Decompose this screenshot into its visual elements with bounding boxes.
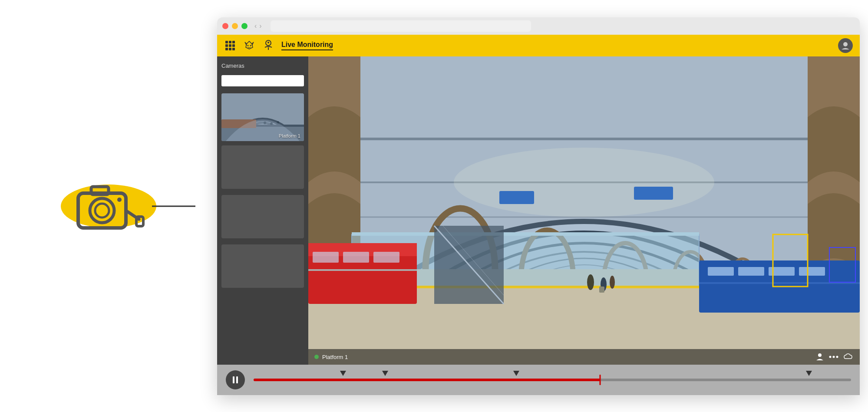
traffic-light-green[interactable] bbox=[241, 23, 248, 29]
branding-area bbox=[0, 0, 217, 412]
video-bar-icons bbox=[815, 353, 854, 361]
user-icon bbox=[841, 41, 850, 50]
svg-point-7 bbox=[248, 45, 249, 46]
fox-logo-icon bbox=[243, 40, 255, 52]
camera-name-label: Platform 1 bbox=[322, 354, 348, 360]
svg-point-62 bbox=[833, 356, 835, 358]
camera-item-1[interactable]: Platform 1 bbox=[221, 93, 304, 141]
app-logo-button[interactable] bbox=[243, 40, 255, 52]
camera-status-indicator bbox=[314, 355, 319, 359]
timeline-container[interactable] bbox=[254, 371, 851, 389]
svg-point-11 bbox=[267, 42, 269, 43]
cameras-label: Cameras bbox=[221, 63, 304, 69]
svg-rect-43 bbox=[708, 267, 734, 276]
pause-icon bbox=[233, 376, 238, 383]
main-video-area[interactable]: Platform 1 bbox=[308, 56, 860, 365]
forward-arrow-icon[interactable]: › bbox=[259, 22, 261, 30]
svg-point-61 bbox=[829, 356, 832, 358]
svg-point-63 bbox=[836, 356, 838, 358]
camera-item-2[interactable] bbox=[221, 145, 304, 189]
app-title: Live Monitoring bbox=[281, 41, 333, 50]
timeline-marker-4 bbox=[806, 371, 812, 376]
svg-rect-40 bbox=[373, 252, 399, 263]
svg-point-48 bbox=[587, 274, 594, 290]
svg-rect-39 bbox=[343, 252, 369, 263]
svg-rect-34 bbox=[352, 232, 699, 236]
play-pause-button[interactable] bbox=[226, 370, 245, 389]
camera-item-4[interactable] bbox=[221, 244, 304, 288]
traffic-light-red[interactable] bbox=[222, 23, 228, 29]
svg-point-60 bbox=[818, 353, 822, 357]
svg-point-59 bbox=[454, 148, 714, 217]
cameras-sidebar: Cameras bbox=[217, 56, 308, 365]
camera-1-label: Platform 1 bbox=[279, 133, 300, 138]
timeline-cursor bbox=[600, 375, 601, 385]
svg-rect-38 bbox=[313, 252, 339, 263]
back-arrow-icon[interactable]: ‹ bbox=[254, 22, 257, 30]
camera-item-3[interactable] bbox=[221, 195, 304, 238]
video-bottom-bar: Platform 1 bbox=[308, 349, 860, 365]
svg-rect-51 bbox=[599, 287, 604, 293]
playback-bar bbox=[217, 365, 860, 395]
person-icon[interactable] bbox=[815, 353, 824, 361]
svg-point-4 bbox=[117, 198, 122, 202]
traffic-light-yellow[interactable] bbox=[232, 23, 238, 29]
main-video-scene bbox=[308, 56, 860, 365]
grid-icon bbox=[225, 41, 235, 50]
svg-rect-44 bbox=[738, 267, 764, 276]
svg-rect-46 bbox=[799, 267, 825, 276]
more-options-icon[interactable] bbox=[828, 353, 839, 361]
camera-logo-icon bbox=[65, 163, 152, 250]
cloud-icon[interactable] bbox=[843, 353, 854, 361]
timeline-track[interactable] bbox=[254, 379, 851, 381]
browser-window: ‹ › bbox=[217, 17, 860, 395]
divider-line bbox=[152, 205, 195, 207]
timeline-progress bbox=[254, 379, 600, 381]
svg-point-2 bbox=[95, 204, 109, 218]
browser-nav-buttons: ‹ › bbox=[254, 22, 262, 30]
notification-button[interactable] bbox=[262, 40, 274, 52]
svg-point-1 bbox=[90, 198, 114, 223]
svg-rect-41 bbox=[308, 269, 417, 271]
timeline-marker-2 bbox=[382, 371, 388, 376]
timeline-marker-1 bbox=[340, 371, 346, 376]
svg-rect-3 bbox=[91, 187, 109, 194]
app-bar: Live Monitoring bbox=[217, 35, 860, 56]
bell-icon bbox=[262, 40, 274, 52]
svg-point-12 bbox=[843, 42, 848, 46]
browser-chrome: ‹ › bbox=[217, 17, 860, 35]
svg-point-50 bbox=[610, 276, 615, 289]
main-content: Cameras bbox=[217, 56, 860, 365]
address-bar[interactable] bbox=[271, 20, 531, 32]
timeline-marker-3 bbox=[513, 371, 519, 376]
svg-point-8 bbox=[250, 45, 251, 46]
logo-container bbox=[48, 145, 169, 267]
user-avatar[interactable] bbox=[838, 38, 853, 53]
grid-menu-button[interactable] bbox=[224, 40, 236, 52]
camera-search-input[interactable] bbox=[221, 75, 304, 86]
